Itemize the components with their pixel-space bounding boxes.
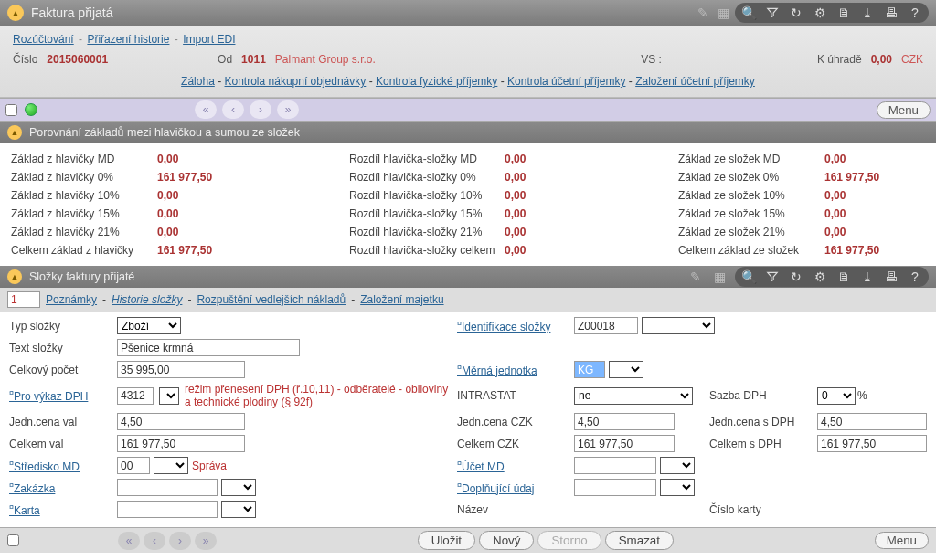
karta-label[interactable]: ¤Karta [9, 502, 110, 517]
cczk-input[interactable] [574, 435, 675, 452]
items-header: ▲ Složky faktury přijaté ✎ ▦ 🔍 ↻ ⚙ 🗎 ⤓ 🖶… [0, 266, 936, 288]
mj-input[interactable] [574, 361, 605, 378]
prev-icon[interactable]: ‹ [222, 100, 244, 119]
collapse-icon[interactable]: ▲ [7, 125, 22, 140]
pocet-input[interactable] [117, 361, 245, 378]
karta-input[interactable] [117, 501, 218, 518]
comp-label: Rozdíl hlavička-složky 10% [349, 189, 505, 202]
search-icon[interactable]: 🔍 [740, 269, 757, 285]
first-icon[interactable]: « [195, 100, 217, 119]
sazba-select[interactable]: 0 [817, 387, 856, 405]
zakazka-select[interactable] [221, 479, 256, 496]
comp-label: Základ ze složek 10% [678, 189, 824, 202]
refresh-icon[interactable]: ↻ [788, 5, 804, 21]
link-rozuctovani[interactable]: Rozúčtování [13, 33, 74, 46]
jcval-input[interactable] [117, 413, 245, 430]
text-label: Text složky [9, 342, 110, 354]
karta-select[interactable] [221, 501, 256, 518]
text-input[interactable] [117, 339, 300, 356]
stred-select[interactable] [154, 457, 188, 474]
doc-icon[interactable]: 🗎 [835, 5, 852, 21]
edit-icon[interactable]: ✎ [695, 5, 711, 21]
link-zaloha[interactable]: Záloha [181, 75, 215, 88]
prev-icon[interactable]: ‹ [144, 532, 165, 550]
filter-icon[interactable] [764, 269, 781, 285]
item-index-input[interactable] [7, 291, 40, 308]
storno-button: Storno [537, 531, 601, 550]
last-icon[interactable]: » [195, 532, 217, 550]
collapse-icon[interactable]: ▲ [7, 5, 24, 21]
jcczk-input[interactable] [574, 413, 675, 430]
mj-select[interactable] [609, 361, 644, 378]
link-poznamky[interactable]: Poznámky [46, 293, 97, 306]
items-title: Složky faktury přijaté [29, 270, 680, 283]
search-icon[interactable]: 🔍 [740, 5, 757, 21]
ident-label[interactable]: ¤Identifikace složky [457, 319, 567, 333]
cislo-value: 2015060001 [47, 53, 108, 66]
dopl-input[interactable] [574, 479, 656, 496]
items-links-row: Poznámky - Historie složky - Rozpuštění … [0, 288, 936, 312]
dph-input[interactable] [117, 387, 154, 405]
first-icon[interactable]: « [118, 532, 140, 550]
link-import[interactable]: Import EDI [183, 33, 235, 46]
dph-select[interactable] [159, 387, 179, 405]
select-checkbox[interactable] [5, 104, 17, 116]
help-icon[interactable]: ? [907, 269, 923, 285]
save-button[interactable]: Uložit [418, 531, 475, 550]
delete-button[interactable]: Smazat [605, 531, 674, 550]
link-zalozeni[interactable]: Založení účetní příjemky [635, 75, 755, 88]
comp-label: Rozdíl hlavička-složky MD [349, 153, 505, 165]
grid-icon[interactable]: ▦ [715, 5, 731, 21]
export-icon[interactable]: ⤓ [859, 269, 876, 285]
select-checkbox[interactable] [7, 534, 19, 546]
comp-value: 0,00 [824, 153, 934, 165]
ucet-input[interactable] [574, 457, 656, 474]
export-icon[interactable]: ⤓ [859, 5, 876, 21]
cval-input[interactable] [117, 435, 245, 452]
refresh-icon[interactable]: ↻ [788, 269, 804, 285]
zakazka-label[interactable]: ¤Zakázka [9, 481, 110, 495]
link-zalozeni-maj[interactable]: Založení majetku [360, 293, 443, 306]
filter-icon[interactable] [764, 5, 781, 21]
next-icon[interactable]: › [169, 532, 191, 550]
mj-label[interactable]: ¤Měrná jednotka [457, 363, 567, 377]
ident-select[interactable] [642, 317, 715, 334]
dph-label[interactable]: ¤Pro výkaz DPH [9, 388, 110, 403]
ucet-select[interactable] [660, 457, 695, 474]
link-kontrola-nakup[interactable]: Kontrola nákupní objednávky [225, 75, 367, 88]
dopl-select[interactable] [660, 479, 695, 496]
comp-label: Základ ze složek 21% [678, 226, 824, 238]
print-icon[interactable]: 🖶 [883, 5, 899, 21]
gear-icon[interactable]: ⚙ [812, 269, 828, 285]
link-kontrola-ucet[interactable]: Kontrola účetní příjemky [507, 75, 625, 88]
link-historie[interactable]: Historie složky [112, 293, 182, 306]
stred-label[interactable]: ¤Středisko MD [9, 459, 110, 473]
typ-select[interactable]: Zboží [117, 317, 181, 334]
od-label: Od [218, 53, 232, 66]
link-rozpusteni[interactable]: Rozpuštění vedlejších nákladů [197, 293, 346, 306]
ident-input[interactable] [574, 317, 638, 334]
menu-button[interactable]: Menu [877, 101, 931, 119]
last-icon[interactable]: » [277, 100, 299, 119]
jcdph-input[interactable] [817, 413, 927, 430]
edit-icon[interactable]: ✎ [687, 269, 704, 285]
link-kontrola-fyz[interactable]: Kontrola fyzické příjemky [376, 75, 497, 88]
next-icon[interactable]: › [250, 100, 271, 119]
comp-value: 0,00 [505, 189, 596, 202]
dopl-label[interactable]: ¤Doplňující údaj [457, 481, 567, 495]
help-icon[interactable]: ? [907, 5, 923, 21]
intrastat-select[interactable]: ne [574, 387, 693, 405]
new-button[interactable]: Nový [479, 531, 534, 550]
menu-button[interactable]: Menu [875, 532, 929, 549]
grid-icon[interactable]: ▦ [711, 269, 728, 285]
collapse-icon[interactable]: ▲ [7, 269, 22, 284]
print-icon[interactable]: 🖶 [883, 269, 899, 285]
zakazka-input[interactable] [117, 479, 218, 496]
link-prirazeni[interactable]: Přiřazení historie [87, 33, 169, 46]
gear-icon[interactable]: ⚙ [812, 5, 828, 21]
doc-icon[interactable]: 🗎 [835, 269, 852, 285]
comp-label: Základ z hlavičky MD [11, 153, 157, 165]
stred-input[interactable] [117, 457, 150, 474]
ucet-label[interactable]: ¤Účet MD [457, 459, 567, 473]
cdph-input[interactable] [817, 435, 927, 452]
